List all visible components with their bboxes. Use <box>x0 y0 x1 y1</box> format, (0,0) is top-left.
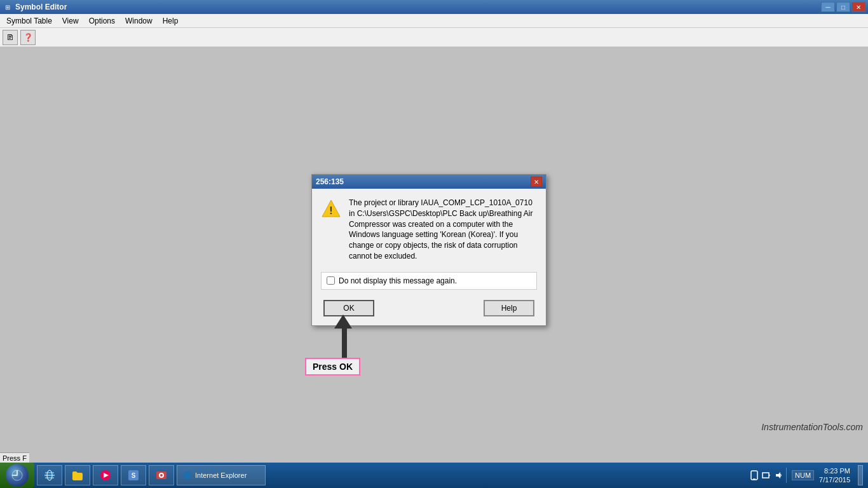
dialog-titlebar: 256:135 ✕ <box>312 175 546 189</box>
checkbox-label[interactable]: Do not display this message again. <box>339 276 457 285</box>
start-button[interactable] <box>0 463 34 488</box>
new-button[interactable]: 🖹 <box>3 30 18 45</box>
clock-date: 7/17/2015 <box>819 475 850 484</box>
watermark: InstrumentationTools.com <box>761 422 863 432</box>
dialog-box: 256:135 ✕ ! The project or library IAUA_… <box>311 174 546 326</box>
menu-bar: Symbol Table View Options Window Help <box>0 14 868 28</box>
volume-icon <box>775 471 782 480</box>
annotation-area: Press OK <box>311 326 546 402</box>
menu-view[interactable]: View <box>57 15 84 27</box>
dialog-buttons: OK Help <box>321 300 537 316</box>
taskbar-ie-pinned[interactable] <box>37 465 62 485</box>
tray-icon-1 <box>750 470 758 480</box>
svg-marker-19 <box>769 474 770 477</box>
taskbar: S Internet Explorer <box>0 463 868 488</box>
dialog-message: The project or library IAUA_COMP_LCP_101… <box>349 198 537 262</box>
system-tray <box>750 468 787 483</box>
dialog-checkbox-area[interactable]: Do not display this message again. <box>321 272 537 290</box>
taskbar-ie-active[interactable]: Internet Explorer <box>177 465 266 485</box>
menu-help[interactable]: Help <box>158 15 184 27</box>
taskbar-symbol-editor-pinned[interactable]: S <box>121 465 146 485</box>
close-button[interactable]: ✕ <box>851 2 865 12</box>
start-orb <box>6 464 29 487</box>
num-lock-indicator: NUM <box>792 470 814 480</box>
clock-time: 8:23 PM <box>819 466 850 475</box>
svg-text:!: ! <box>329 205 332 216</box>
taskbar-folder-pinned[interactable] <box>65 465 90 485</box>
tray-icon-2 <box>762 471 771 480</box>
svg-rect-18 <box>763 473 769 478</box>
window-title: Symbol Editor <box>15 3 821 11</box>
taskbar-extra-pinned[interactable] <box>149 465 174 485</box>
maximize-button[interactable]: □ <box>836 2 850 12</box>
taskbar-media-pinned[interactable] <box>93 465 118 485</box>
menu-window[interactable]: Window <box>120 15 158 27</box>
show-desktop-button[interactable] <box>858 465 863 485</box>
do-not-display-checkbox[interactable] <box>327 276 335 285</box>
svg-rect-16 <box>751 471 757 480</box>
workspace: 256:135 ✕ ! The project or library IAUA_… <box>0 47 868 463</box>
title-bar: ⊞ Symbol Editor ─ □ ✕ <box>0 0 868 14</box>
help-toolbar-button[interactable]: ❓ <box>20 30 36 45</box>
dialog-message-area: ! The project or library IAUA_COMP_LCP_1… <box>321 198 537 262</box>
taskbar-ie-label: Internet Explorer <box>195 471 247 479</box>
app-icon: ⊞ <box>3 2 13 12</box>
svg-marker-20 <box>776 472 780 478</box>
svg-text:S: S <box>132 472 136 479</box>
tray-separator <box>786 468 787 483</box>
svg-point-14 <box>160 474 163 477</box>
help-button[interactable]: Help <box>484 300 534 316</box>
menu-options[interactable]: Options <box>84 15 120 27</box>
status-press-text: Press F <box>3 454 27 462</box>
status-bar: Press F <box>0 452 29 463</box>
arrow-shaft <box>342 326 347 358</box>
toolbar: 🖹 ❓ <box>0 28 868 47</box>
dialog-close-button[interactable]: ✕ <box>531 177 542 187</box>
dialog-container: 256:135 ✕ ! The project or library IAUA_… <box>311 174 546 402</box>
clock: 8:23 PM 7/17/2015 <box>819 466 850 485</box>
menu-symbol-table[interactable]: Symbol Table <box>1 15 57 27</box>
warning-icon: ! <box>321 199 341 219</box>
taskbar-right: NUM 8:23 PM 7/17/2015 <box>745 463 868 488</box>
minimize-button[interactable]: ─ <box>821 2 835 12</box>
press-ok-label: Press OK <box>305 358 360 376</box>
arrow-head <box>334 315 352 329</box>
svg-point-15 <box>184 471 191 479</box>
window-controls: ─ □ ✕ <box>821 2 865 12</box>
dialog-title: 256:135 <box>316 177 531 186</box>
dialog-content: ! The project or library IAUA_COMP_LCP_1… <box>312 189 546 325</box>
taskbar-items: S Internet Explorer <box>34 463 745 488</box>
